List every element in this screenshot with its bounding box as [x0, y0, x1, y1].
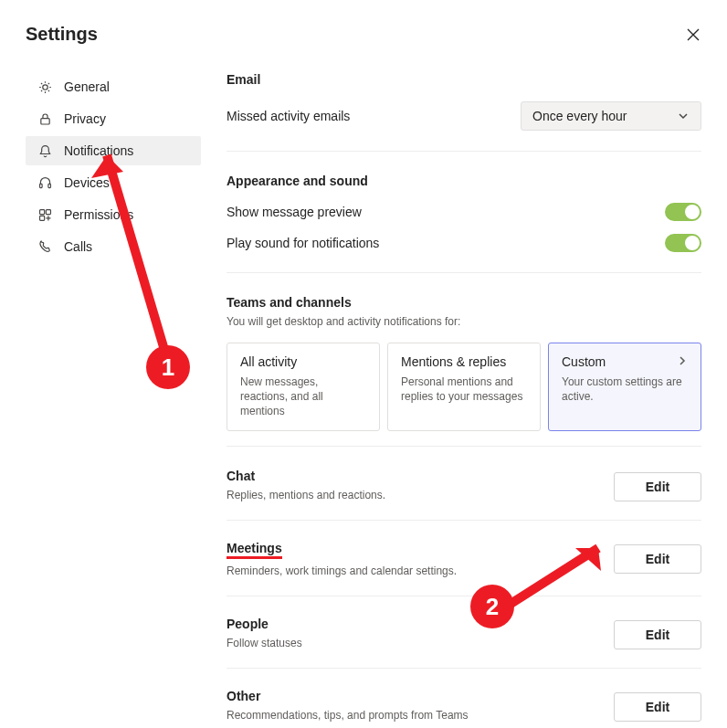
section-chat: Chat Replies, mentions and reactions. Ed…: [227, 469, 701, 521]
dropdown-value: Once every hour: [532, 109, 627, 123]
card-title: Custom: [562, 354, 606, 369]
chat-edit-button[interactable]: Edit: [614, 472, 701, 501]
card-desc: New messages, reactions, and all mention…: [240, 375, 366, 419]
svg-rect-2: [39, 184, 42, 187]
sidebar-item-label: General: [64, 79, 110, 94]
show-preview-label: Show message preview: [227, 205, 362, 219]
gear-icon: [37, 79, 53, 95]
teams-hint: You will get desktop and activity notifi…: [227, 315, 701, 328]
lock-icon: [37, 111, 53, 127]
sidebar-item-label: Calls: [64, 239, 92, 254]
missed-activity-dropdown[interactable]: Once every hour: [521, 101, 701, 131]
teams-card-custom[interactable]: Custom Your custom settings are active.: [548, 343, 701, 431]
svg-rect-4: [39, 209, 44, 214]
phone-icon: [37, 238, 53, 255]
chevron-down-icon: [677, 110, 690, 122]
app-icon: [37, 206, 53, 223]
sidebar-item-label: Devices: [64, 175, 110, 190]
chevron-right-icon: [677, 354, 688, 369]
section-other: Other Recommendations, tips, and prompts…: [227, 689, 701, 728]
section-title: Appearance and sound: [227, 174, 701, 188]
card-desc: Personal mentions and replies to your me…: [401, 375, 527, 404]
sidebar-item-label: Permissions: [64, 207, 133, 222]
teams-card-mentions-replies[interactable]: Mentions & replies Personal mentions and…: [387, 343, 541, 431]
missed-activity-label: Missed activity emails: [227, 109, 350, 123]
block-desc: Recommendations, tips, and prompts from …: [227, 709, 469, 722]
section-title: Email: [227, 72, 701, 87]
svg-rect-6: [39, 216, 44, 220]
section-appearance: Appearance and sound Show message previe…: [227, 174, 701, 273]
sidebar-item-devices[interactable]: Devices: [26, 168, 201, 197]
sidebar-item-general[interactable]: General: [26, 72, 201, 101]
card-title: Mentions & replies: [401, 354, 527, 369]
other-edit-button[interactable]: Edit: [614, 692, 701, 722]
close-icon: [687, 28, 700, 41]
bell-icon: [37, 142, 53, 159]
card-title: All activity: [240, 354, 366, 369]
page-title: Settings: [26, 24, 98, 45]
sidebar-item-calls[interactable]: Calls: [26, 232, 201, 261]
meetings-edit-button[interactable]: Edit: [614, 544, 701, 574]
block-title: Other: [227, 689, 469, 703]
sidebar-item-privacy[interactable]: Privacy: [26, 104, 201, 133]
play-sound-label: Play sound for notifications: [227, 236, 379, 250]
block-title: Meetings: [227, 541, 282, 559]
show-preview-toggle[interactable]: [665, 203, 701, 221]
headset-icon: [37, 174, 53, 191]
section-title: Teams and channels: [227, 295, 701, 310]
svg-rect-5: [46, 209, 50, 214]
sidebar-item-label: Privacy: [64, 111, 106, 126]
section-people: People Follow statuses Edit: [227, 617, 701, 669]
sidebar-item-label: Notifications: [64, 143, 133, 158]
close-button[interactable]: [685, 26, 701, 43]
block-title: Chat: [227, 469, 385, 483]
teams-card-all-activity[interactable]: All activity New messages, reactions, an…: [227, 343, 380, 431]
section-teams-channels: Teams and channels You will get desktop …: [227, 295, 701, 447]
svg-rect-3: [47, 184, 50, 187]
people-edit-button[interactable]: Edit: [614, 620, 701, 649]
card-desc: Your custom settings are active.: [562, 375, 688, 404]
block-desc: Replies, mentions and reactions.: [227, 489, 385, 501]
main-panel: Email Missed activity emails Once every …: [208, 72, 701, 728]
block-desc: Reminders, work timings and calendar set…: [227, 564, 457, 577]
block-title: People: [227, 617, 302, 631]
svg-rect-1: [40, 118, 48, 123]
sidebar-item-notifications[interactable]: Notifications: [26, 136, 201, 165]
section-email: Email Missed activity emails Once every …: [227, 72, 701, 152]
sidebar-item-permissions[interactable]: Permissions: [26, 200, 201, 229]
play-sound-toggle[interactable]: [665, 234, 701, 252]
block-desc: Follow statuses: [227, 637, 302, 649]
section-meetings: Meetings Reminders, work timings and cal…: [227, 541, 701, 596]
svg-point-0: [42, 84, 47, 89]
sidebar: General Privacy Notifications Devices Pe…: [26, 72, 208, 728]
